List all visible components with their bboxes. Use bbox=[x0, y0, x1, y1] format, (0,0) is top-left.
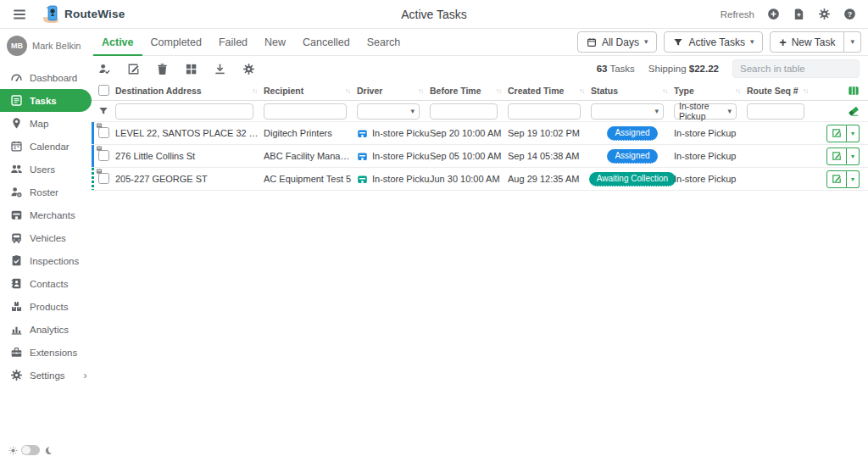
row-actions-caret-button[interactable]: ▾ bbox=[847, 125, 860, 142]
sidebar-item-settings[interactable]: Settings › bbox=[0, 364, 92, 387]
all-days-label: All Days bbox=[602, 36, 639, 48]
driver-label: In-store Pickup bbox=[372, 128, 430, 138]
add-circle-icon[interactable] bbox=[767, 8, 780, 20]
select-all-checkbox[interactable] bbox=[98, 85, 109, 96]
refresh-button[interactable]: Refresh bbox=[721, 9, 754, 19]
edit-task-button[interactable] bbox=[826, 148, 847, 165]
column-driver[interactable]: Driver↑↓ bbox=[357, 86, 430, 96]
sidebar-item-inspections[interactable]: Inspections bbox=[0, 249, 92, 272]
sidebar-item-analytics[interactable]: Analytics bbox=[0, 318, 92, 341]
filter-created-time-input[interactable] bbox=[508, 103, 581, 120]
sort-icon[interactable]: ↑↓ bbox=[252, 87, 257, 95]
menu-icon[interactable] bbox=[12, 7, 27, 22]
new-task-caret-button[interactable]: ▾ bbox=[844, 31, 861, 53]
theme-toggle[interactable] bbox=[8, 445, 53, 455]
task-view-filter-dropdown[interactable]: Active Tasks ▾ bbox=[664, 31, 763, 53]
sort-icon[interactable]: ↑↓ bbox=[418, 87, 423, 95]
table-row[interactable]: 205-227 GEORGE ST AC Equipment Test 5 In… bbox=[92, 168, 868, 191]
column-route-seq[interactable]: Route Seq #↑↓ bbox=[747, 86, 815, 96]
sidebar-item-roster[interactable]: Roster bbox=[0, 181, 92, 203]
roster-icon bbox=[10, 186, 23, 198]
top-bar: RouteWise Active Tasks Refresh bbox=[0, 0, 868, 29]
table-row[interactable]: LEVEL 22, SANTOS PLACE 32 TURBOT STREET … bbox=[92, 122, 868, 145]
column-created-time[interactable]: Created Time↑↓ bbox=[508, 86, 591, 96]
products-icon bbox=[10, 300, 23, 313]
sidebar-item-extensions[interactable]: Extensions bbox=[0, 341, 92, 364]
pickup-mini-icon bbox=[96, 145, 103, 152]
sidebar-item-label: Analytics bbox=[30, 325, 69, 335]
tab-failed[interactable]: Failed bbox=[210, 29, 256, 56]
column-recipient[interactable]: Recipient↑↓ bbox=[264, 86, 357, 96]
sort-icon[interactable]: ↑↓ bbox=[735, 87, 740, 95]
column-destination-address[interactable]: Destination Address↑↓ bbox=[115, 86, 264, 96]
help-icon[interactable]: ? bbox=[843, 8, 856, 20]
column-status[interactable]: Status↑↓ bbox=[591, 86, 674, 96]
tab-active[interactable]: Active bbox=[93, 29, 142, 56]
filter-driver-select[interactable]: ▾ bbox=[357, 103, 420, 120]
caret-down-icon: ▾ bbox=[851, 175, 854, 183]
sidebar-item-merchants[interactable]: Merchants bbox=[0, 203, 92, 226]
tab-search[interactable]: Search bbox=[359, 29, 409, 56]
cell-before-time: Sep 20 10:00 AM bbox=[430, 128, 508, 138]
user-profile[interactable]: MB Mark Belkin bbox=[0, 29, 92, 64]
tab-completed[interactable]: Completed bbox=[142, 29, 210, 56]
delete-icon[interactable] bbox=[156, 63, 169, 75]
status-strip bbox=[92, 145, 94, 167]
cell-created-time: Sep 14 05:38 AM bbox=[508, 151, 591, 161]
sidebar-item-label: Map bbox=[30, 119, 48, 129]
app-window: RouteWise Active Tasks Refresh bbox=[0, 0, 868, 462]
sidebar-item-dashboard[interactable]: Dashboard bbox=[0, 66, 92, 89]
sidebar-item-users[interactable]: Users bbox=[0, 158, 92, 181]
tab-cancelled[interactable]: Cancelled bbox=[294, 29, 359, 56]
filter-status-select[interactable]: ▾ bbox=[591, 103, 664, 120]
clear-filters-icon[interactable] bbox=[848, 105, 860, 117]
assign-driver-icon[interactable] bbox=[98, 63, 111, 75]
tab-new[interactable]: New bbox=[256, 29, 294, 56]
filter-recipient-input[interactable] bbox=[264, 103, 347, 120]
filter-icon[interactable] bbox=[98, 106, 108, 116]
theme-switch[interactable] bbox=[21, 445, 40, 455]
table-summary: 63 Tasks Shipping $22.22 bbox=[597, 59, 868, 78]
columns-icon[interactable] bbox=[848, 85, 860, 97]
extensions-icon bbox=[10, 346, 23, 359]
sidebar-item-vehicles[interactable]: Vehicles bbox=[0, 226, 92, 249]
sort-icon[interactable]: ↑↓ bbox=[803, 87, 808, 95]
filter-destination-input[interactable] bbox=[115, 103, 253, 120]
sort-icon[interactable]: ↑↓ bbox=[579, 87, 584, 95]
edit-icon bbox=[832, 174, 842, 184]
search-input[interactable] bbox=[732, 59, 860, 78]
filter-type-select[interactable]: In-store Pickup ▾ bbox=[674, 103, 737, 120]
merchants-icon bbox=[10, 209, 23, 221]
edit-icon[interactable] bbox=[127, 63, 140, 75]
new-task-button[interactable]: + New Task bbox=[770, 31, 844, 53]
sidebar-item-tasks[interactable]: Tasks bbox=[0, 89, 92, 112]
status-badge: Awaiting Collection bbox=[589, 172, 676, 186]
edit-task-button[interactable] bbox=[826, 170, 847, 188]
sort-icon[interactable]: ↑↓ bbox=[345, 87, 350, 95]
column-type[interactable]: Type↑↓ bbox=[674, 86, 747, 96]
caret-down-icon: ▾ bbox=[410, 108, 415, 115]
filter-before-time-input[interactable] bbox=[430, 103, 498, 120]
sidebar-item-products[interactable]: Products bbox=[0, 295, 92, 318]
inspections-icon bbox=[10, 254, 23, 267]
file-add-icon[interactable] bbox=[793, 8, 805, 20]
sidebar-item-contacts[interactable]: Contacts bbox=[0, 272, 92, 295]
filter-route-seq-input[interactable] bbox=[747, 103, 804, 120]
caret-down-icon: ▾ bbox=[850, 38, 854, 46]
row-actions-caret-button[interactable]: ▾ bbox=[847, 148, 860, 165]
edit-task-button[interactable] bbox=[826, 125, 847, 142]
table-row[interactable]: 276 Little Collins St ABC Facility Manag… bbox=[92, 145, 868, 168]
settings-gear-icon[interactable] bbox=[818, 8, 831, 20]
sidebar-item-calendar[interactable]: Calendar bbox=[0, 135, 92, 158]
grid-view-icon[interactable] bbox=[185, 63, 198, 75]
sort-icon[interactable]: ↑↓ bbox=[662, 87, 667, 95]
download-icon[interactable] bbox=[214, 63, 226, 75]
all-days-dropdown[interactable]: All Days ▾ bbox=[577, 31, 658, 53]
caret-down-icon: ▾ bbox=[654, 108, 659, 115]
row-actions-caret-button[interactable]: ▾ bbox=[847, 170, 860, 188]
table-settings-icon[interactable] bbox=[242, 63, 255, 75]
sidebar-item-map[interactable]: Map bbox=[0, 112, 92, 135]
sort-icon[interactable]: ↑↓ bbox=[496, 87, 501, 95]
column-before-time[interactable]: Before Time↑↓ bbox=[430, 86, 508, 96]
row-actions: ▾ bbox=[815, 170, 868, 188]
